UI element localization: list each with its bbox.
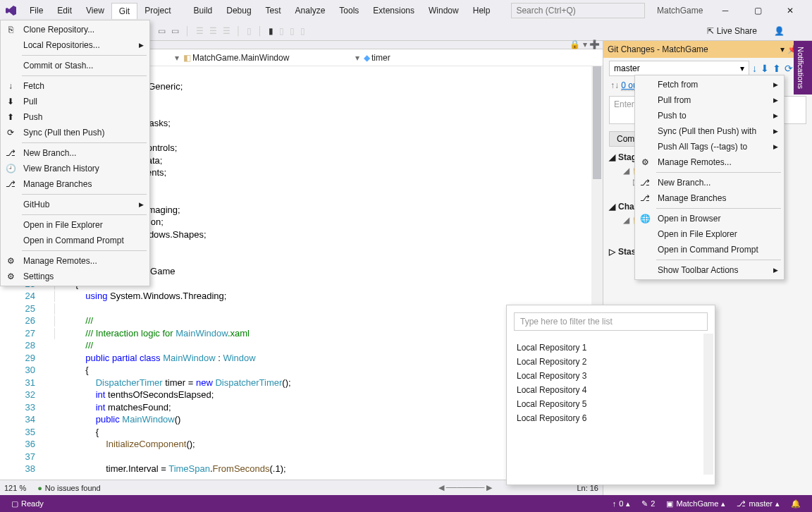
- menu-item-manage-branches[interactable]: ⎇Manage Branches: [1, 176, 149, 192]
- git-dropdown-menu: ⎘Clone Repository...Local Repositories..…: [0, 20, 150, 286]
- window-controls: ─ ▢ ✕: [708, 6, 808, 16]
- menu-item-sync-pull-then-push-with[interactable]: Sync (Pull then Push) with▶: [635, 123, 784, 139]
- status-ready: ▢ Ready: [6, 499, 49, 508]
- push-icon[interactable]: ⬆: [773, 63, 781, 74]
- menu-item-fetch[interactable]: ↓Fetch: [1, 78, 149, 94]
- outgoing-icon: ↑↓: [610, 80, 619, 90]
- menu-item-show-toolbar-actions[interactable]: Show Toolbar Actions▶: [635, 262, 784, 278]
- menu-window[interactable]: Window: [422, 3, 466, 18]
- toolbar-icon[interactable]: ▯: [247, 26, 252, 36]
- menu-item-push[interactable]: ⬆Push: [1, 109, 149, 125]
- bookmark-icon[interactable]: ▮: [269, 26, 273, 36]
- field-icon: ◆: [364, 53, 370, 63]
- expand-icon: ◢: [609, 152, 615, 162]
- close-button[interactable]: ✕: [780, 6, 801, 16]
- toolbar-buttons[interactable]: ▭ ▭ │ ☰ ☰ ☰ │ ▯ │ ▮ ▯ ▯ ▯: [158, 26, 305, 36]
- breadcrumb-member[interactable]: ◆ timer: [364, 53, 390, 63]
- toolbar-icon[interactable]: ☰: [209, 26, 217, 36]
- sync-icon[interactable]: ⟳: [785, 63, 793, 74]
- menu-item-fetch-from[interactable]: Fetch from▶: [635, 77, 784, 92]
- menu-tools[interactable]: Tools: [332, 3, 366, 18]
- expand-icon: ◢: [609, 202, 615, 212]
- toolbar-icon[interactable]: ▯: [300, 26, 305, 36]
- breadcrumb-class[interactable]: ◧ MatchGame.MainWindow ▾: [183, 53, 359, 63]
- maximize-button[interactable]: ▢: [747, 6, 768, 16]
- menu-item-open-in-command-prompt[interactable]: Open in Command Prompt: [1, 233, 149, 248]
- menu-item-open-in-file-explorer[interactable]: Open in File Explorer: [1, 217, 149, 233]
- repo-list-item[interactable]: Local Repository 1: [517, 341, 705, 355]
- menu-item-manage-remotes-[interactable]: ⚙Manage Remotes...: [635, 154, 784, 170]
- class-icon: ◧: [183, 53, 191, 63]
- repo-filter-input[interactable]: Type here to filter the list: [514, 312, 708, 331]
- menu-view[interactable]: View: [79, 3, 111, 18]
- live-share-label: Live Share: [717, 26, 757, 36]
- toolbar-icon[interactable]: ☰: [223, 26, 230, 36]
- notifications-tab[interactable]: Notifications: [794, 41, 812, 95]
- menu-help[interactable]: Help: [466, 3, 498, 18]
- menu-git[interactable]: Git: [111, 3, 137, 19]
- menu-item-pull-from[interactable]: Pull from▶: [635, 92, 784, 108]
- fetch-icon[interactable]: ↓: [752, 63, 757, 74]
- git-panel-title-label: Git Changes - MatchGame: [608, 44, 708, 54]
- zoom-level[interactable]: 121 %: [4, 484, 26, 492]
- menu-item-open-in-command-prompt[interactable]: Open in Command Prompt: [635, 242, 784, 257]
- repo-list-item[interactable]: Local Repository 4: [517, 383, 705, 397]
- menu-item-clone-repository-[interactable]: ⎘Clone Repository...: [1, 22, 149, 37]
- status-outgoing[interactable]: ↑ 0 ▴: [607, 499, 636, 508]
- issues-icon: ●: [37, 484, 42, 492]
- menu-item-open-in-browser[interactable]: 🌐Open in Browser: [635, 211, 784, 226]
- toolbar-icon[interactable]: ▯: [279, 26, 284, 36]
- repo-list-item[interactable]: Local Repository 5: [517, 397, 705, 411]
- toolbar-icon[interactable]: ▯: [290, 26, 295, 36]
- pin-icon[interactable]: 🔒 ▾ ➕: [570, 39, 600, 49]
- status-branch[interactable]: ⎇ master ▴: [731, 499, 785, 508]
- toolbar-icon[interactable]: ▭: [158, 26, 166, 36]
- user-icon[interactable]: 👤: [774, 26, 785, 36]
- status-project[interactable]: ▣ MatchGame ▴: [660, 499, 731, 508]
- toolbar-icon[interactable]: ▭: [171, 26, 179, 36]
- menu-project[interactable]: Project: [137, 3, 178, 18]
- window-title: MatchGame: [652, 6, 708, 16]
- menu-item-push-to[interactable]: Push to▶: [635, 108, 784, 123]
- repo-list-item[interactable]: Local Repository 3: [517, 369, 705, 383]
- pull-icon[interactable]: ⬇: [761, 63, 769, 74]
- menu-file[interactable]: File: [23, 3, 50, 18]
- menu-item-local-repositories-[interactable]: Local Repositories...▶: [1, 37, 149, 53]
- expand-icon: ▷: [609, 247, 615, 257]
- menu-item-sync-pull-then-push-[interactable]: ⟳Sync (Pull then Push): [1, 125, 149, 140]
- status-changes[interactable]: ✎ 2: [636, 499, 660, 508]
- menu-extensions[interactable]: Extensions: [366, 3, 422, 18]
- menu-item-github[interactable]: GitHub▶: [1, 197, 149, 212]
- popup-scrollbar[interactable]: [703, 334, 713, 475]
- expand-icon: ◢: [623, 215, 629, 225]
- branch-name: master: [614, 63, 640, 73]
- issues-text[interactable]: No issues found: [45, 484, 101, 492]
- menu-item-view-branch-history[interactable]: 🕘View Branch History: [1, 161, 149, 176]
- dropdown-icon[interactable]: ▾: [780, 44, 785, 54]
- breadcrumb-class-label: MatchGame.MainWindow: [192, 53, 289, 63]
- menu-item-commit-or-stash-[interactable]: Commit or Stash...: [1, 58, 149, 73]
- menu-test[interactable]: Test: [259, 3, 288, 18]
- repo-list-item[interactable]: Local Repository 2: [517, 355, 705, 369]
- expand-icon: ◢: [623, 166, 629, 176]
- menu-item-pull[interactable]: ⬇Pull: [1, 94, 149, 109]
- status-bell-icon[interactable]: 🔔: [785, 499, 806, 508]
- menu-item-manage-branches[interactable]: ⎇Manage Branches: [635, 190, 784, 206]
- menu-item-new-branch-[interactable]: ⎇New Branch...: [1, 145, 149, 161]
- menu-item-push-all-tags-tags-to[interactable]: Push All Tags (--tags) to▶: [635, 139, 784, 154]
- menu-item-manage-remotes-[interactable]: ⚙Manage Remotes...: [1, 253, 149, 269]
- toolbar-icon[interactable]: ☰: [196, 26, 204, 36]
- menu-analyze[interactable]: Analyze: [288, 3, 333, 18]
- menu-debug[interactable]: Debug: [219, 3, 258, 18]
- git-context-menu: Fetch from▶Pull from▶Push to▶Sync (Pull …: [634, 75, 785, 280]
- minimize-button[interactable]: ─: [715, 6, 736, 16]
- search-input[interactable]: Search (Ctrl+Q): [511, 3, 645, 18]
- menu-build[interactable]: Build: [187, 3, 220, 18]
- menu-item-settings[interactable]: ⚙Settings: [1, 269, 149, 284]
- menu-item-open-in-file-explorer[interactable]: Open in File Explorer: [635, 226, 784, 242]
- menu-item-new-branch-[interactable]: ⎇New Branch...: [635, 175, 784, 190]
- branch-select[interactable]: master ▾: [609, 61, 749, 76]
- live-share-button[interactable]: ⇱ Live Share 👤: [707, 26, 809, 36]
- repo-list-item[interactable]: Local Repository 6: [517, 411, 705, 425]
- menu-edit[interactable]: Edit: [50, 3, 79, 18]
